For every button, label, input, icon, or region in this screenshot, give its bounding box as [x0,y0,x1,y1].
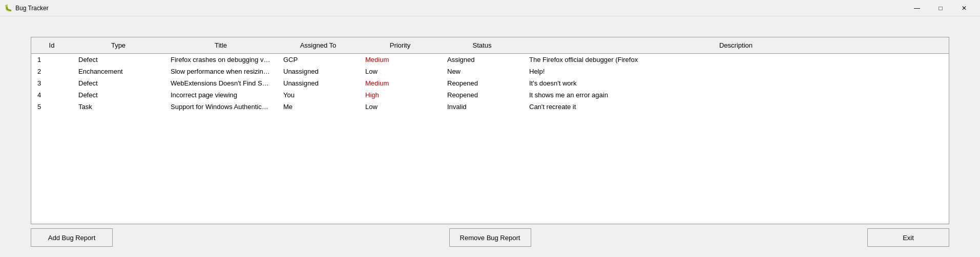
cell-status: Invalid [441,101,523,113]
cell-assigned_to: Unassigned [277,66,359,77]
cell-priority: Low [359,66,441,77]
cell-title: Slow performance when resizing ima [164,66,277,77]
cell-type: Defect [72,89,164,101]
window-title: Bug Tracker [15,5,49,12]
cell-description: It's doesn't work [523,77,949,89]
table-container: Id Type Title Assigned To Priority Statu… [31,37,949,224]
cell-assigned_to: You [277,89,359,101]
table-row[interactable]: 2EnchancementSlow performance when resiz… [31,66,949,77]
exit-button[interactable]: Exit [867,228,949,247]
cell-title: Support for Windows Authentication [164,101,277,113]
cell-id: 4 [31,89,72,101]
add-bug-report-button[interactable]: Add Bug Report [31,228,113,247]
cell-priority: Medium [359,54,441,66]
maximize-button[interactable]: □ [929,0,952,16]
cell-assigned_to: Me [277,101,359,113]
table-row[interactable]: 1DefectFirefox crashes on debugging via … [31,54,949,66]
button-bar: Add Bug Report Remove Bug Report Exit [31,224,949,247]
col-header-title: Title [164,37,277,54]
cell-description: Help! [523,66,949,77]
cell-title: Incorrect page viewing [164,89,277,101]
cell-status: Assigned [441,54,523,66]
cell-priority: Low [359,101,441,113]
col-header-description: Description [523,37,949,54]
cell-priority: Medium [359,77,441,89]
col-header-status: Status [441,37,523,54]
col-header-priority: Priority [359,37,441,54]
title-bar-left: 🐛 Bug Tracker [4,4,49,12]
cell-type: Defect [72,77,164,89]
table-row[interactable]: 5TaskSupport for Windows AuthenticationM… [31,101,949,113]
cell-type: Task [72,101,164,113]
cell-id: 3 [31,77,72,89]
cell-type: Defect [72,54,164,66]
bug-table: Id Type Title Assigned To Priority Statu… [31,37,949,113]
cell-priority: High [359,89,441,101]
cell-id: 5 [31,101,72,113]
app-icon: 🐛 [4,4,12,12]
cell-status: Reopened [441,77,523,89]
cell-title: Firefox crashes on debugging via Vis [164,54,277,66]
col-header-assigned: Assigned To [277,37,359,54]
cell-description: The Firefox official debugger (Firefox [523,54,949,66]
col-header-type: Type [72,37,164,54]
minimize-button[interactable]: — [905,0,929,16]
col-header-id: Id [31,37,72,54]
cell-description: Can't recreate it [523,101,949,113]
main-window: 🐛 Bug Tracker — □ ✕ Id Type Title Assign… [0,0,980,257]
table-header-row: Id Type Title Assigned To Priority Statu… [31,37,949,54]
table-body: 1DefectFirefox crashes on debugging via … [31,54,949,113]
close-button[interactable]: ✕ [952,0,976,16]
main-content: Id Type Title Assigned To Priority Statu… [0,16,980,257]
cell-assigned_to: Unassigned [277,77,359,89]
cell-status: New [441,66,523,77]
cell-description: It shows me an error again [523,89,949,101]
cell-title: WebExtensions Doesn't Find Source [164,77,277,89]
cell-status: Reopened [441,89,523,101]
cell-assigned_to: GCP [277,54,359,66]
remove-bug-report-button[interactable]: Remove Bug Report [449,228,531,247]
title-bar: 🐛 Bug Tracker — □ ✕ [0,0,980,16]
table-row[interactable]: 4DefectIncorrect page viewingYouHighReop… [31,89,949,101]
title-bar-controls: — □ ✕ [905,0,976,16]
cell-id: 1 [31,54,72,66]
cell-id: 2 [31,66,72,77]
cell-type: Enchancement [72,66,164,77]
table-row[interactable]: 3DefectWebExtensions Doesn't Find Source… [31,77,949,89]
